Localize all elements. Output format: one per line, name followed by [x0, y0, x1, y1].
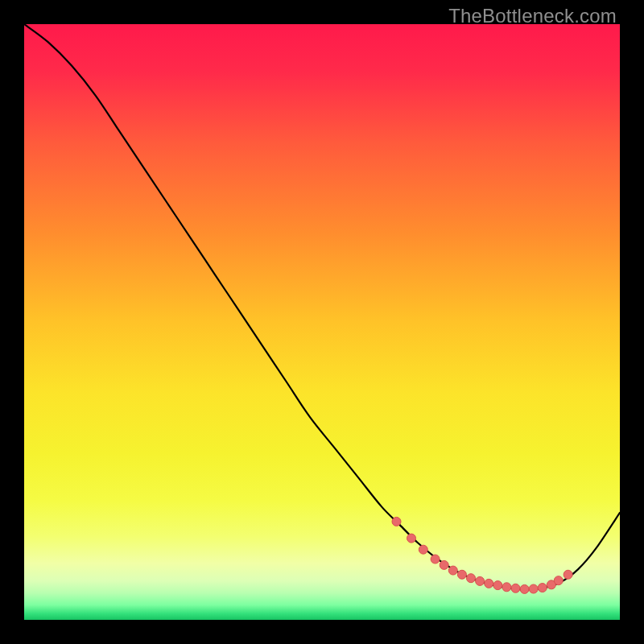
curve-layer — [24, 24, 620, 620]
marker-dot — [448, 566, 457, 575]
marker-dot — [502, 583, 511, 592]
marker-dot — [529, 584, 538, 593]
marker-dot — [476, 576, 485, 585]
marker-dot — [392, 517, 401, 526]
marker-dot — [493, 581, 502, 590]
plot-area — [24, 24, 620, 620]
marker-dot — [457, 570, 466, 579]
marker-dot — [554, 576, 563, 585]
marker-dot — [485, 579, 493, 588]
marker-dot — [564, 570, 572, 579]
chart-stage: TheBottleneck.com — [0, 0, 644, 644]
main-curve — [24, 24, 620, 589]
marker-dot — [520, 584, 529, 593]
marker-dot — [419, 545, 427, 554]
marker-dot — [467, 574, 476, 583]
marker-dot — [407, 534, 416, 543]
marker-dot — [511, 584, 520, 592]
marker-dot — [440, 560, 448, 569]
marker-group — [392, 517, 572, 593]
marker-dot — [538, 584, 547, 592]
marker-dot — [431, 555, 440, 564]
